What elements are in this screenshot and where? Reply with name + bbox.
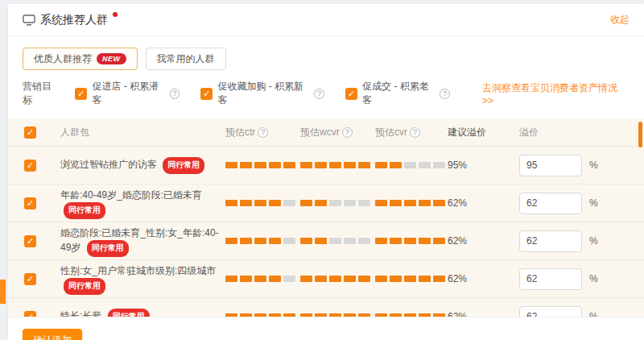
col-ctr-label: 预估ctr xyxy=(225,126,255,139)
peer-common-badge: 同行常用 xyxy=(108,309,150,318)
percent-suffix: % xyxy=(589,311,598,317)
goal-option-label: 促成交 - 积累老客 xyxy=(362,80,437,107)
audience-name: 性别:女_用户常驻城市级别:四级城市 xyxy=(60,265,216,276)
table-row: ✓ 年龄:40-49岁_婚恋阶段:已婚未育 同行常用 62% % xyxy=(8,184,644,222)
col-premium: 溢价 xyxy=(519,126,644,139)
row-checkbox[interactable]: ✓ xyxy=(24,235,36,247)
goal-option-collect[interactable]: ✓ 促收藏加购 - 积累新客 ? xyxy=(200,80,324,107)
question-icon[interactable]: ? xyxy=(258,127,268,138)
percent-suffix: % xyxy=(589,273,598,284)
ctr-bars xyxy=(225,276,295,282)
suggested-premium: 62% xyxy=(448,235,519,247)
wcvr-bars xyxy=(300,276,370,282)
confirm-add-button[interactable]: 确认添加 xyxy=(23,329,82,340)
percent-suffix: % xyxy=(589,235,598,247)
audience-table: ✓ 人群包 预估ctr ? 预估wcvr ? 预估cvr ? 建议溢价 溢价 xyxy=(8,118,644,317)
col-suggested-premium: 建议溢价 xyxy=(448,126,519,139)
wcvr-bars xyxy=(300,313,370,317)
monitor-icon xyxy=(23,15,35,26)
question-icon[interactable]: ? xyxy=(440,89,450,99)
audience-name-cell: 浏览过智钻推广的访客 同行常用 xyxy=(60,157,225,174)
notification-dot-icon xyxy=(113,12,118,17)
cvr-bars xyxy=(375,313,445,317)
row-checkbox[interactable]: ✓ xyxy=(24,311,36,318)
wcvr-bars xyxy=(300,238,370,244)
select-all-checkbox[interactable]: ✓ xyxy=(24,126,36,139)
marketing-goal-row: 营销目标 ✓ 促进店 - 积累潜客 ? ✓ 促收藏加购 - 积累新客 ? ✓ 促… xyxy=(23,80,630,107)
wcvr-bars xyxy=(300,200,370,206)
checkbox-checked-icon[interactable]: ✓ xyxy=(345,88,357,100)
question-icon[interactable]: ? xyxy=(342,127,353,138)
ctr-bars xyxy=(225,200,295,206)
suggested-premium: 62% xyxy=(448,311,519,317)
audience-name-cell: 婚恋阶段:已婚未育_性别:女_年龄:40-49岁 同行常用 xyxy=(60,226,225,257)
table-row: ✓ 特长:长辈 同行常用 62% % xyxy=(8,297,644,317)
table-row: ✓ 浏览过智钻推广的访客 同行常用 95% % xyxy=(8,146,644,184)
percent-suffix: % xyxy=(589,197,598,209)
premium-input[interactable] xyxy=(519,155,582,176)
col-wcvr-label: 预估wcvr xyxy=(300,126,340,139)
title-wrap: 系统推荐人群 xyxy=(23,13,118,27)
audience-name-cell: 年龄:40-49岁_婚恋阶段:已婚未育 同行常用 xyxy=(60,188,225,219)
page-title: 系统推荐人群 xyxy=(40,13,108,27)
audience-name: 婚恋阶段:已婚未育_性别:女_年龄:40-49岁 xyxy=(60,227,219,253)
goal-option-deal[interactable]: ✓ 促成交 - 积累老客 ? xyxy=(345,80,450,107)
recommend-audience-panel: 系统推荐人群 收起 优质人群推荐 NEW 我常用的人群 营销目标 ✓ 促进店 -… xyxy=(8,4,644,340)
question-icon[interactable]: ? xyxy=(170,89,180,99)
wcvr-bars xyxy=(300,162,370,168)
row-checkbox[interactable]: ✓ xyxy=(24,197,36,209)
page: 系统推荐人群 收起 优质人群推荐 NEW 我常用的人群 营销目标 ✓ 促进店 -… xyxy=(0,0,644,340)
goal-option-label: 促收藏加购 - 积累新客 xyxy=(217,80,312,107)
goal-option-label: 促进店 - 积累潜客 xyxy=(92,80,167,107)
cvr-bars xyxy=(375,162,445,168)
panel-header: 系统推荐人群 收起 xyxy=(8,4,644,36)
suggested-premium: 95% xyxy=(448,160,519,171)
scrollbar-thumb[interactable] xyxy=(638,122,642,147)
row-checkbox[interactable]: ✓ xyxy=(24,160,36,172)
cvr-bars xyxy=(375,238,445,244)
premium-input[interactable] xyxy=(519,193,582,214)
header-checkbox-cell: ✓ xyxy=(8,126,60,139)
peer-common-badge: 同行常用 xyxy=(87,240,129,257)
goal-option-visit[interactable]: ✓ 促进店 - 积累潜客 ? xyxy=(75,80,180,107)
peer-common-badge: 同行常用 xyxy=(64,278,105,295)
audience-name: 特长:长辈 xyxy=(60,310,101,318)
checkbox-checked-icon[interactable]: ✓ xyxy=(75,88,87,100)
ctr-bars xyxy=(225,238,295,244)
col-cvr-label: 预估cvr xyxy=(375,126,407,139)
row-checkbox[interactable]: ✓ xyxy=(24,273,36,285)
table-row: ✓ 婚恋阶段:已婚未育_性别:女_年龄:40-49岁 同行常用 62% % xyxy=(8,222,644,259)
premium-input[interactable] xyxy=(519,268,582,290)
audience-name-cell: 性别:女_用户常驻城市级别:四级城市 同行常用 xyxy=(60,263,225,295)
new-badge: NEW xyxy=(97,53,126,64)
panel-footer: 确认添加 xyxy=(8,317,644,340)
suggested-premium: 62% xyxy=(448,273,519,284)
audience-name: 年龄:40-49岁_婚恋阶段:已婚未育 xyxy=(60,189,202,201)
table-row: ✓ 性别:女_用户常驻城市级别:四级城市 同行常用 62% % xyxy=(8,259,644,297)
audience-tabs: 优质人群推荐 NEW 我常用的人群 xyxy=(23,48,630,70)
left-scroll-marker xyxy=(0,280,6,304)
suggested-premium: 62% xyxy=(448,197,519,209)
audience-name: 浏览过智钻推广的访客 xyxy=(60,159,157,170)
tab-label: 我常用的人群 xyxy=(157,52,215,66)
percent-suffix: % xyxy=(589,160,598,171)
cvr-bars xyxy=(375,200,445,206)
tab-quality-recommend[interactable]: 优质人群推荐 NEW xyxy=(23,48,138,70)
premium-input[interactable] xyxy=(519,306,582,318)
tab-label: 优质人群推荐 xyxy=(34,52,92,66)
ctr-bars xyxy=(225,313,295,317)
col-cvr: 预估cvr ? xyxy=(375,126,448,139)
col-wcvr: 预估wcvr ? xyxy=(300,126,375,139)
checkbox-checked-icon[interactable]: ✓ xyxy=(200,88,213,100)
table-header-row: ✓ 人群包 预估ctr ? 预估wcvr ? 预估cvr ? 建议溢价 溢价 xyxy=(8,118,644,146)
consumer-asset-insight-link[interactable]: 去洞察查看宝贝消费者资产情况 >> xyxy=(482,81,630,106)
col-ctr: 预估ctr ? xyxy=(225,126,300,139)
collapse-link[interactable]: 收起 xyxy=(610,13,630,27)
question-icon[interactable]: ? xyxy=(314,89,324,99)
peer-common-badge: 同行常用 xyxy=(163,157,204,174)
tab-my-frequent[interactable]: 我常用的人群 xyxy=(146,48,226,70)
ctr-bars xyxy=(225,162,295,168)
premium-input[interactable] xyxy=(519,230,582,252)
question-icon[interactable]: ? xyxy=(410,127,420,138)
marketing-goal-label: 营销目标 xyxy=(23,80,60,107)
